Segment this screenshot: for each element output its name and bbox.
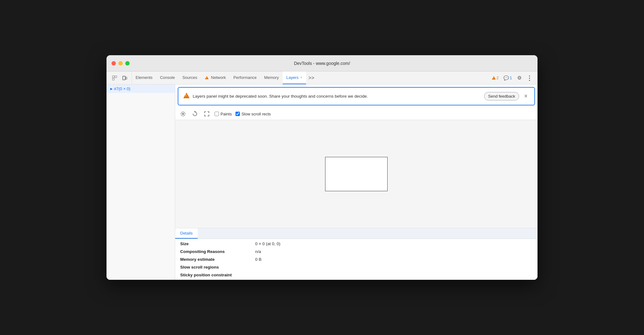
- tab-bar: Elements Console Sources ! Network Perfo…: [107, 71, 537, 85]
- svg-rect-1: [115, 76, 117, 78]
- warnings-badge[interactable]: ! 2: [490, 75, 501, 81]
- slow-scroll-rects-checkbox-label[interactable]: Slow scroll rects: [235, 112, 271, 116]
- sidebar: ▶ #7(0 × 0): [107, 85, 175, 280]
- paints-checkbox-label[interactable]: Paints: [215, 112, 232, 116]
- tabs-container: Elements Console Sources ! Network Perfo…: [132, 71, 488, 84]
- tab-bar-right: ! 2 💬 1: [488, 74, 536, 82]
- canvas-area: [175, 120, 537, 228]
- tab-elements[interactable]: Elements: [132, 71, 156, 84]
- tab-network[interactable]: ! Network: [201, 71, 230, 84]
- paints-checkbox[interactable]: [215, 112, 219, 116]
- devtools-body: Elements Console Sources ! Network Perfo…: [107, 71, 537, 280]
- warning-triangle-icon: !: [183, 93, 190, 100]
- traffic-lights: [111, 61, 130, 66]
- layers-panel: ! Layers panel might be deprecated soon.…: [175, 85, 537, 280]
- size-label: Size: [180, 241, 249, 246]
- slow-scroll-rects-checkbox[interactable]: [235, 112, 240, 116]
- layer-rectangle: [325, 157, 388, 191]
- slow-scroll-label: Slow scroll regions: [180, 265, 249, 269]
- devtools-window: DevTools - www.google.com/: [107, 55, 537, 280]
- tab-layers[interactable]: Layers ×: [283, 71, 306, 84]
- sticky-value: [255, 273, 533, 277]
- memory-value: 0 B: [255, 257, 533, 262]
- warning-message: Layers panel might be deprecated soon. S…: [193, 94, 481, 99]
- main-content: ▶ #7(0 × 0) ! Layers panel might be depr…: [107, 85, 537, 280]
- details-section: Details Size 0 × 0 (at 0, 0) Compositing…: [175, 228, 537, 280]
- tab-icons: [108, 71, 132, 84]
- tab-layers-close[interactable]: ×: [300, 76, 302, 79]
- size-value: 0 × 0 (at 0, 0): [255, 241, 533, 246]
- window-title: DevTools - www.google.com/: [294, 61, 350, 66]
- svg-rect-3: [123, 76, 125, 80]
- svg-rect-4: [126, 77, 127, 79]
- tab-sources[interactable]: Sources: [179, 71, 201, 84]
- tab-performance[interactable]: Performance: [230, 71, 260, 84]
- memory-label: Memory estimate: [180, 257, 249, 262]
- expand-arrow: ▶: [110, 87, 113, 90]
- svg-point-5: [182, 113, 184, 115]
- rotate-tool-icon[interactable]: [191, 110, 199, 118]
- fit-to-screen-icon[interactable]: [203, 110, 211, 118]
- tab-details[interactable]: Details: [175, 228, 198, 239]
- svg-rect-2: [112, 78, 114, 80]
- close-button[interactable]: [111, 61, 116, 66]
- svg-rect-0: [112, 76, 114, 78]
- warning-banner: ! Layers panel might be deprecated soon.…: [178, 87, 535, 105]
- more-options-icon[interactable]: [525, 74, 534, 82]
- settings-icon[interactable]: [515, 74, 524, 82]
- tab-memory[interactable]: Memory: [260, 71, 283, 84]
- device-toggle-icon[interactable]: [120, 74, 129, 82]
- title-bar: DevTools - www.google.com/: [107, 55, 537, 71]
- pan-tool-icon[interactable]: [179, 110, 187, 118]
- details-grid: Size 0 × 0 (at 0, 0) Compositing Reasons…: [175, 239, 537, 280]
- compositing-label: Compositing Reasons: [180, 249, 249, 254]
- sidebar-item-node1[interactable]: ▶ #7(0 × 0): [107, 85, 175, 93]
- layers-toolbar: Paints Slow scroll rects: [175, 108, 537, 120]
- tab-console[interactable]: Console: [156, 71, 179, 84]
- inspect-element-icon[interactable]: [110, 74, 119, 82]
- send-feedback-button[interactable]: Send feedback: [484, 92, 519, 100]
- minimize-button[interactable]: [118, 61, 123, 66]
- details-tabs: Details: [175, 228, 537, 239]
- compositing-value: n/a: [255, 249, 533, 254]
- info-badge[interactable]: 💬 1: [502, 75, 514, 81]
- close-banner-button[interactable]: ×: [522, 92, 529, 100]
- sticky-label: Sticky position constraint: [180, 273, 249, 277]
- maximize-button[interactable]: [125, 61, 130, 66]
- slow-scroll-value: [255, 265, 533, 269]
- more-tabs-button[interactable]: >>: [306, 71, 317, 84]
